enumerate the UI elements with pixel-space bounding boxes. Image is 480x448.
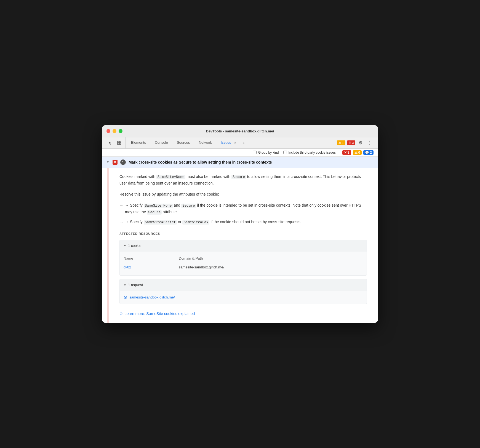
tab-close-icon[interactable]: ✕ [234,141,236,144]
affected-resources-label: AFFECTED RESOURCES [119,231,367,236]
inspect-icon[interactable] [115,139,123,147]
cookie-section: ▼ 1 cookie Name Domain & Path ck02 sames… [119,240,367,276]
learn-more-link[interactable]: Learn more: SameSite cookies explained [124,311,195,317]
code-samesite-strict: SameSite=Strict [144,220,177,225]
more-tabs-button[interactable]: » [241,140,247,146]
learn-more: ⊕ Learn more: SameSite cookies explained [119,308,367,317]
code-secure-2: Secure [181,204,196,208]
window-title: DevTools - samesite-sandbox.glitch.me/ [206,129,274,133]
code-samesite-lax: SameSite=Lax [182,220,209,225]
info-count-badge: 💬 2 [363,150,374,155]
request-icon: ⊙ [124,294,127,301]
warning-badge[interactable]: ⚠ 1 [337,140,345,145]
group-by-kind-checkbox[interactable] [253,151,257,154]
bullet-1: → → Specify SameSite=None and Secure if … [119,202,367,216]
warning-count-icon: ⚠ [354,151,358,154]
svg-rect-3 [119,143,121,145]
affected-resources: AFFECTED RESOURCES ▼ 1 cookie Name Domai… [119,231,367,317]
cookie-expand-arrow: ▼ [124,243,126,248]
tab-issues[interactable]: Issues ✕ [216,138,240,147]
filter-counts: ✕ 3 ⚠ 0 💬 2 [342,150,374,155]
error-count: 3 [352,141,354,145]
issue-title: Mark cross-site cookies as Secure to all… [129,160,272,164]
bullet-2: → → Specify SameSite=Strict or SameSite=… [119,219,367,226]
third-party-filter[interactable]: Include third-party cookie issues [283,151,336,154]
arrow-icon-2: → [119,219,123,226]
tab-elements[interactable]: Elements [127,138,150,147]
code-samesite-none-1: SameSite=None [156,175,186,179]
learn-more-icon: ⊕ [119,311,123,317]
info-count-icon: 💬 [365,151,369,154]
cursor-icon[interactable] [106,139,114,147]
svg-rect-0 [118,141,119,143]
error-badge[interactable]: ✕ 3 [347,140,355,145]
col-name: Name [124,255,179,262]
tab-console[interactable]: Console [150,138,172,147]
error-count-icon: ✕ [344,151,347,154]
arrow-icon-1: → [119,202,123,216]
error-count-value: 3 [348,151,350,154]
info-count-value: 2 [370,151,372,154]
traffic-lights [106,129,122,133]
issue-count: 1 [120,159,126,165]
title-bar: DevTools - samesite-sandbox.glitch.me/ [102,125,378,137]
issue-header[interactable]: ▼ ✕ 1 Mark cross-site cookies as Secure … [102,157,378,168]
bullet-2-text: → Specify SameSite=Strict or SameSite=La… [125,219,302,226]
col-domain-path: Domain & Path [179,255,363,262]
warning-icon: ⚠ [338,141,341,145]
warning-count: 1 [342,141,344,145]
cookie-domain-value: samesite-sandbox.glitch.me/ [179,264,363,270]
svg-rect-2 [118,143,119,145]
request-url-link[interactable]: samesite-sandbox.glitch.me/ [129,294,175,300]
cookie-count-label: 1 cookie [128,243,141,249]
tabs: Elements Console Sources Network Issues … [127,138,335,147]
request-count-label: 1 request [128,282,143,288]
close-button[interactable] [106,129,110,133]
toolbar-right: ⚠ 1 ✕ 3 ⚙ ⋮ [335,138,376,148]
settings-icon[interactable]: ⚙ [357,139,364,146]
code-secure-3: Secure [147,210,162,215]
third-party-label: Include third-party cookie issues [289,151,336,154]
cookie-table-row: ck02 samesite-sandbox.glitch.me/ [124,263,363,271]
more-options-icon[interactable]: ⋮ [366,139,374,146]
request-item: ⊙ samesite-sandbox.glitch.me/ [120,291,367,304]
request-expand-arrow: ▼ [124,283,126,287]
issue-description: Cookies marked with SameSite=None must a… [119,174,367,187]
maximize-button[interactable] [119,129,122,133]
issue-expand-arrow: ▼ [106,161,109,164]
error-icon: ✕ [349,141,351,145]
bullet-1-text: → Specify SameSite=None and Secure if th… [125,202,367,216]
request-section-header[interactable]: ▼ 1 request [120,279,367,291]
group-by-kind-label: Group by kind [258,151,279,154]
error-count-badge: ✕ 3 [342,150,351,155]
toolbar-icons [104,137,126,148]
devtools-window: DevTools - samesite-sandbox.glitch.me/ E… [102,125,378,323]
cookie-section-header[interactable]: ▼ 1 cookie [120,240,367,252]
desc-text-1b: must also be marked with [185,174,231,179]
cookie-table-header: Name Domain & Path [124,254,363,263]
minimize-button[interactable] [113,129,116,133]
cookie-table: Name Domain & Path ck02 samesite-sandbox… [120,252,367,275]
cookie-name-link[interactable]: ck02 [124,264,179,270]
warning-count-value: 0 [358,151,360,154]
tab-sources[interactable]: Sources [172,138,194,147]
main-content: ▼ ✕ 1 Mark cross-site cookies as Secure … [102,157,378,323]
warning-count-badge: ⚠ 0 [353,150,362,155]
toolbar: Elements Console Sources Network Issues … [102,137,378,149]
filter-bar: Group by kind Include third-party cookie… [102,149,378,157]
desc-text-1: Cookies marked with [119,174,156,179]
third-party-checkbox[interactable] [283,151,287,154]
request-section: ▼ 1 request ⊙ samesite-sandbox.glitch.me… [119,279,367,304]
code-secure-1: Secure [231,175,246,179]
issue-error-icon: ✕ [113,160,118,165]
issue-body: Cookies marked with SameSite=None must a… [108,168,378,323]
svg-rect-1 [119,141,121,143]
code-samesite-none-2: SameSite=None [144,204,173,208]
group-by-kind-filter[interactable]: Group by kind [253,151,279,154]
resolve-text: Resolve this issue by updating the attri… [119,191,367,198]
tab-network[interactable]: Network [194,138,217,147]
